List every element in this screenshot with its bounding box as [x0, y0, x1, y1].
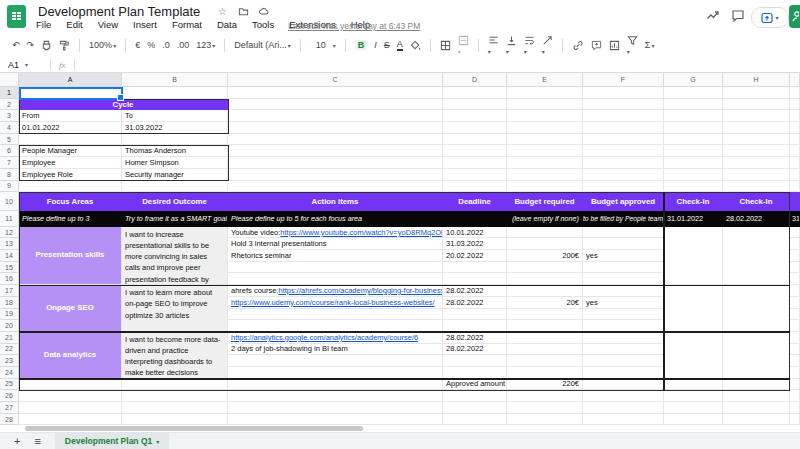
grid-cell[interactable] — [228, 320, 443, 332]
grid-cell[interactable] — [790, 134, 800, 146]
grid-cell[interactable] — [723, 390, 790, 402]
grid-cell[interactable] — [583, 134, 664, 146]
row-header[interactable]: 3 — [0, 110, 19, 122]
insert-link-icon[interactable] — [572, 40, 584, 51]
grid-cell[interactable] — [790, 320, 800, 332]
grid-cell[interactable] — [664, 414, 723, 426]
header-budget-required[interactable]: Budget required — [507, 192, 583, 211]
cell-manager-name[interactable]: Thomas Anderson — [122, 145, 228, 157]
grid-cell[interactable] — [790, 145, 800, 157]
cell-outcome-onpage-seo[interactable]: I want to learn more about on-page SEO t… — [122, 285, 228, 332]
grid-cell[interactable] — [507, 414, 583, 426]
grid-cell[interactable] — [122, 390, 228, 402]
insert-chart-icon[interactable] — [609, 40, 620, 51]
ahrefs-link[interactable]: https://ahrefs.com/academy/blogging-for-… — [279, 286, 443, 295]
grid-cell[interactable] — [583, 367, 664, 379]
menu-tools[interactable]: Tools — [252, 19, 274, 30]
cell-to-value[interactable]: 31.03.2022 — [122, 122, 228, 134]
grid-cell[interactable] — [723, 157, 790, 169]
cell-to-label[interactable]: To — [122, 110, 228, 122]
grid-cell[interactable] — [507, 332, 583, 344]
cell-focus-data-analytics[interactable]: Data analytics — [19, 332, 122, 379]
grid-cell[interactable] — [443, 320, 507, 332]
grid-cell[interactable] — [228, 262, 443, 274]
column-header[interactable]: H — [723, 73, 790, 87]
grid-cell[interactable] — [790, 379, 800, 391]
grid-cell[interactable] — [723, 169, 790, 181]
menu-insert[interactable]: Insert — [133, 19, 157, 30]
last-edit-link[interactable]: Last edit was yesterday at 6:43 PM — [288, 21, 420, 31]
cell-budget[interactable]: 20€ — [507, 297, 583, 309]
grid-cell[interactable] — [443, 355, 507, 367]
bold-button[interactable]: B — [355, 40, 368, 50]
grid-cell[interactable] — [507, 320, 583, 332]
grid-cell[interactable] — [228, 110, 443, 122]
cell-action-internal-presentations[interactable]: Hold 3 internal presentations — [228, 238, 443, 250]
grid-cell[interactable] — [122, 414, 228, 426]
grid-cell[interactable] — [443, 181, 507, 193]
formula-input[interactable] — [75, 57, 800, 72]
grid-cell[interactable] — [664, 134, 723, 146]
grid-cell[interactable] — [507, 390, 583, 402]
grid-cell[interactable] — [723, 145, 790, 157]
cell-check-in-merged[interactable] — [664, 379, 723, 391]
row-header[interactable]: 11 — [0, 211, 19, 227]
column-header[interactable]: A — [19, 73, 122, 87]
hint-deadline-empty[interactable] — [443, 211, 507, 227]
header-action-items[interactable]: Action items — [228, 192, 443, 211]
column-header[interactable]: D — [443, 73, 507, 87]
grid-cell[interactable] — [228, 157, 443, 169]
cell-focus-presentation-skills[interactable]: Presentation skills — [19, 227, 122, 285]
grid-cell[interactable] — [790, 402, 800, 414]
font-select[interactable]: Default (Ari...▾ — [234, 40, 291, 50]
grid-cell[interactable] — [443, 169, 507, 181]
cell-deadline[interactable]: 28.02.2022 — [443, 332, 507, 344]
row-header[interactable]: 5 — [0, 134, 19, 146]
row-header[interactable]: 12 — [0, 227, 19, 239]
all-sheets-icon[interactable]: ≡ — [34, 436, 40, 446]
grid-cell[interactable] — [443, 402, 507, 414]
grid-cell[interactable] — [664, 87, 723, 99]
row-header[interactable]: 6 — [0, 145, 19, 157]
increase-decimal-button[interactable]: .00 — [177, 40, 190, 50]
borders-icon[interactable] — [440, 40, 451, 51]
cell-check-in-merged[interactable] — [723, 379, 790, 391]
grid-cell[interactable] — [723, 181, 790, 193]
hint-check-in-1[interactable]: 31.01.2022 — [664, 211, 723, 227]
share-button[interactable] — [789, 5, 800, 28]
row-header[interactable]: 9 — [0, 181, 19, 193]
row-header[interactable]: 2 — [0, 99, 19, 111]
grid-cell[interactable] — [228, 134, 443, 146]
grid-cell[interactable] — [443, 414, 507, 426]
add-sheet-icon[interactable]: + — [14, 436, 20, 446]
column-header[interactable]: G — [664, 73, 723, 87]
grid-cell[interactable] — [664, 99, 723, 111]
cell-role-value[interactable]: Security manager — [122, 169, 228, 181]
row-header[interactable]: 8 — [0, 169, 19, 181]
grid-cell[interactable] — [790, 250, 800, 262]
row-header[interactable]: 27 — [0, 402, 19, 414]
sheets-logo-icon[interactable] — [7, 5, 26, 28]
grid-cell[interactable] — [790, 390, 800, 402]
grid-cell[interactable] — [228, 99, 443, 111]
hint-check-in-2[interactable]: 28.02.2022 — [723, 211, 790, 227]
hint-action[interactable]: Please define up to 5 for each focus are… — [228, 211, 443, 227]
cell-deadline[interactable]: 10.01.2022 — [443, 227, 507, 239]
menu-view[interactable]: View — [98, 19, 118, 30]
star-icon[interactable]: ☆ — [218, 6, 227, 17]
grid-cell[interactable] — [790, 238, 800, 250]
format-currency-button[interactable]: € — [135, 40, 140, 50]
grid-cell[interactable] — [583, 169, 664, 181]
cell-check-in-merged[interactable] — [664, 227, 723, 285]
grid-cell[interactable] — [790, 99, 800, 111]
grid-cell[interactable] — [790, 227, 800, 239]
grid-cell[interactable] — [507, 355, 583, 367]
header-check-in-3-clipped[interactable] — [790, 192, 800, 211]
grid-corner[interactable] — [0, 73, 19, 87]
grid-cell[interactable] — [583, 320, 664, 332]
grid-cell[interactable] — [790, 262, 800, 274]
grid-cell[interactable] — [583, 285, 664, 297]
grid-cell[interactable] — [583, 390, 664, 402]
grid-cell[interactable] — [723, 134, 790, 146]
grid-cell[interactable] — [664, 122, 723, 134]
